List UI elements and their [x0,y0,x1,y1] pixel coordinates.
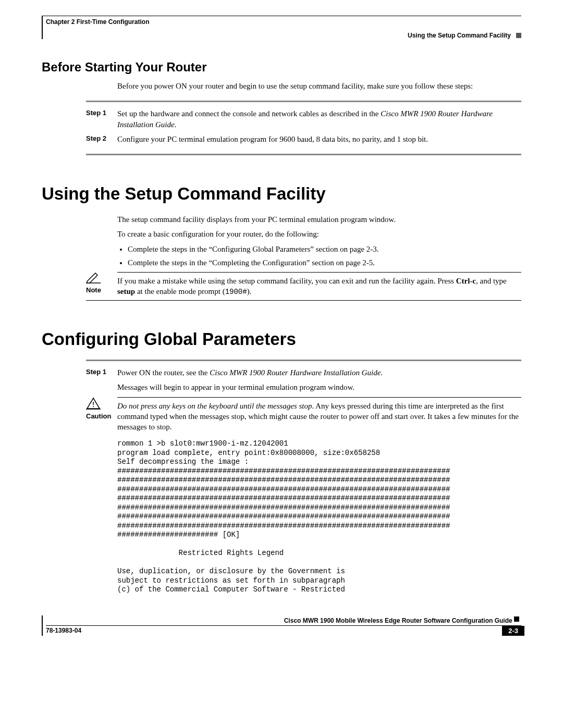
divider [86,101,521,102]
pencil-icon [86,272,101,283]
heading-using-setup: Using the Setup Command Facility [42,184,521,204]
caution-block: Caution Do not press any keys on the key… [42,397,521,433]
footer-marker-icon [514,616,519,622]
heading-global-params: Configuring Global Parameters [42,329,521,349]
svg-point-2 [93,406,94,407]
caution-label: Caution [86,412,111,420]
bullet-list: Complete the steps in the “Configuring G… [117,244,521,268]
footer-page-number: 2-3 [502,626,524,636]
terminal-output: rommon 1 >b slot0:mwr1900-i-mz.12042001 … [117,439,521,595]
paragraph: To create a basic configuration for your… [117,229,521,239]
list-item: Complete the steps in the “Completing th… [128,257,521,268]
step-row: Step 1 Set up the hardware and connect t… [42,108,521,130]
step-body: Set up the hardware and connect the cons… [117,108,521,130]
divider [86,154,521,155]
note-body: If you make a mistake while using the se… [117,272,521,297]
intro-paragraph: Before you power ON your router and begi… [117,81,521,91]
step-row: Step 1 Power ON the router, see the Cisc… [42,367,521,393]
step-label: Step 1 [86,367,117,393]
header-section: Using the Setup Command Facility [46,32,521,39]
note-label: Note [86,286,101,294]
heading-before-starting: Before Starting Your Router [42,60,521,75]
step-row: Step 2 Configure your PC terminal emulat… [42,134,521,144]
step-body: Power ON the router, see the Cisco MWR 1… [117,367,521,393]
step-label: Step 1 [86,108,117,130]
footer-title: Cisco MWR 1900 Mobile Wireless Edge Rout… [46,617,521,625]
footer-docid: 78-13983-04 [46,627,81,634]
note-block: Note If you make a mistake while using t… [42,272,521,297]
page-header: Chapter 2 First-Time Configuration Using… [42,16,521,39]
paragraph: The setup command facility displays from… [117,214,521,225]
header-marker-icon [516,33,521,38]
divider-thin [86,300,521,301]
list-item: Complete the steps in the “Configuring G… [128,244,521,254]
caution-body: Do not press any keys on the keyboard un… [117,397,521,433]
page-footer: Cisco MWR 1900 Mobile Wireless Edge Rout… [42,615,521,636]
paragraph: Messages will begin to appear in your te… [117,382,521,392]
step-label: Step 2 [86,134,117,144]
warning-icon [86,397,101,410]
step-body: Configure your PC terminal emulation pro… [117,134,521,144]
divider [86,360,521,361]
header-chapter: Chapter 2 First-Time Configuration [46,16,521,26]
